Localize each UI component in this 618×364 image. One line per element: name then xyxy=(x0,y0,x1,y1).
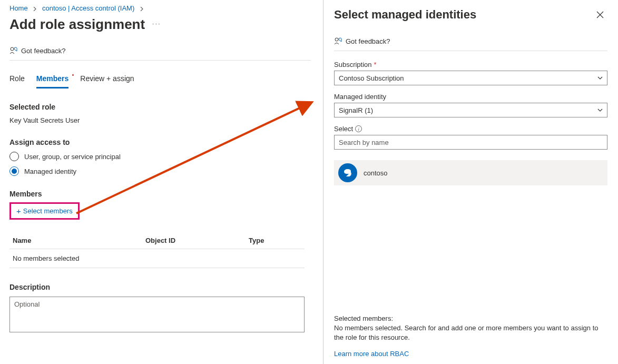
radio-user-label: User, group, or service principal xyxy=(24,153,121,161)
divider xyxy=(9,60,311,61)
subscription-value: Contoso Subscription xyxy=(339,74,404,82)
page-title: Add role assignment xyxy=(9,16,145,33)
tab-review[interactable]: Review + assign xyxy=(80,74,134,88)
select-managed-identities-panel: Select managed identities Got feedback? … xyxy=(323,0,618,364)
managed-identity-label: Managed identity xyxy=(334,93,607,101)
radio-mi-label: Managed identity xyxy=(24,168,76,175)
svg-point-0 xyxy=(11,47,14,51)
radio-icon xyxy=(9,166,19,176)
info-icon[interactable]: i xyxy=(355,125,362,132)
search-input[interactable] xyxy=(334,135,607,150)
panel-feedback-label: Got feedback? xyxy=(346,37,390,45)
tabs: Role Members Review + assign xyxy=(9,74,311,89)
members-label: Members xyxy=(9,190,311,198)
breadcrumb: Home contoso | Access control (IAM) xyxy=(9,4,311,16)
divider xyxy=(334,51,607,51)
managed-identity-select[interactable]: SignalR (1) xyxy=(334,103,607,117)
col-objectid: Object ID xyxy=(142,232,246,249)
select-label: Select i xyxy=(334,125,607,133)
col-name: Name xyxy=(9,232,142,249)
selected-members-text: No members selected. Search for and add … xyxy=(334,323,607,342)
chevron-down-icon xyxy=(597,75,603,81)
list-item-name: contoso xyxy=(364,169,388,177)
feedback-icon xyxy=(9,46,18,55)
more-actions-button[interactable]: ··· xyxy=(152,19,161,27)
managed-identity-value: SignalR (1) xyxy=(339,106,373,114)
feedback-link[interactable]: Got feedback? xyxy=(9,46,311,55)
breadcrumb-home[interactable]: Home xyxy=(9,4,28,12)
description-input[interactable] xyxy=(9,297,305,332)
radio-managed-identity[interactable]: Managed identity xyxy=(9,166,311,176)
chevron-right-icon xyxy=(140,4,144,12)
plus-icon: + xyxy=(16,207,21,215)
panel-title: Select managed identities xyxy=(334,8,476,22)
panel-feedback-link[interactable]: Got feedback? xyxy=(334,37,607,45)
description-label: Description xyxy=(9,283,311,291)
feedback-label: Got feedback? xyxy=(21,47,66,55)
feedback-icon xyxy=(334,37,342,45)
assign-access-label: Assign access to xyxy=(9,138,311,146)
col-type: Type xyxy=(246,232,305,249)
close-button[interactable] xyxy=(593,7,607,22)
chevron-down-icon xyxy=(597,107,603,113)
select-members-button[interactable]: + Select members xyxy=(9,202,80,220)
tab-role[interactable]: Role xyxy=(9,74,25,88)
list-item[interactable]: contoso xyxy=(334,160,607,185)
svg-point-1 xyxy=(335,38,338,41)
radio-user-group[interactable]: User, group, or service principal xyxy=(9,152,311,161)
breadcrumb-iam[interactable]: contoso | Access control (IAM) xyxy=(42,4,134,12)
table-row: No members selected xyxy=(9,249,305,268)
select-members-text: Select members xyxy=(23,207,73,215)
chevron-right-icon xyxy=(33,4,39,12)
radio-icon xyxy=(9,152,19,161)
close-icon xyxy=(596,11,604,18)
subscription-select[interactable]: Contoso Subscription xyxy=(334,71,607,85)
signalr-icon xyxy=(338,163,357,182)
subscription-label: Subscription* xyxy=(334,61,607,68)
selected-role-value: Key Vault Secrets User xyxy=(9,116,311,124)
selected-role-label: Selected role xyxy=(9,103,311,111)
members-table: Name Object ID Type No members selected xyxy=(9,232,305,268)
members-empty-text: No members selected xyxy=(9,249,305,268)
selected-members-label: Selected members: xyxy=(334,314,607,322)
tab-members[interactable]: Members xyxy=(36,74,68,88)
learn-more-rbac-link[interactable]: Learn more about RBAC xyxy=(334,350,409,358)
